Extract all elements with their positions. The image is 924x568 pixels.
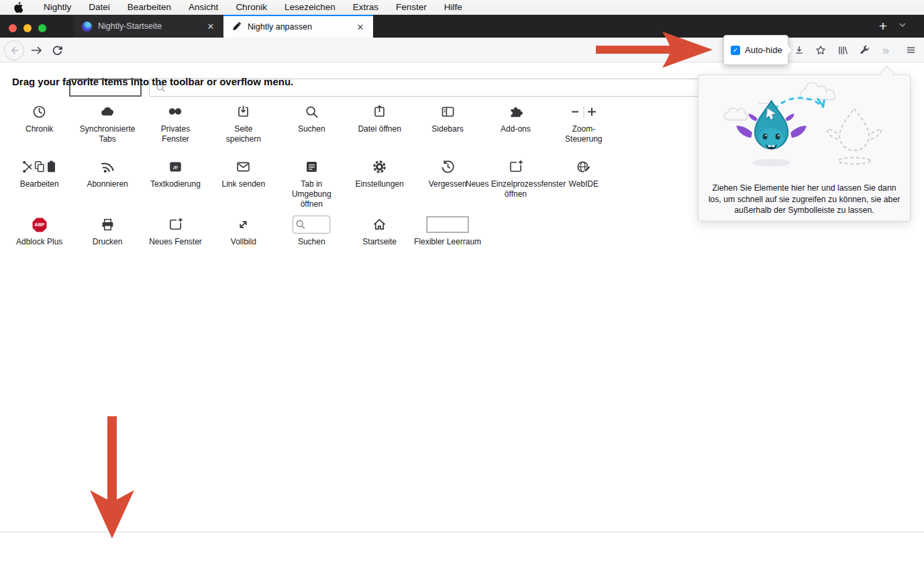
palette-item[interactable]: Vollbild xyxy=(209,209,277,266)
palette-item[interactable]: Datei öffnen xyxy=(346,97,413,152)
palette-item-label: Seite speichern xyxy=(223,124,264,144)
palette-item-label: Einstellungen xyxy=(356,179,404,189)
menubar-item[interactable]: Fenster xyxy=(387,0,435,15)
annotation-arrow-down xyxy=(86,416,138,538)
private-mask-icon xyxy=(167,101,183,122)
customize-palette: Chronik Synchronisierte Tabs Privates Fe… xyxy=(5,97,618,266)
menubar-items: NightlyDateiBearbeitenAnsichtChronikLese… xyxy=(35,0,471,15)
palette-item[interactable]: ABP Adblock Plus xyxy=(5,209,73,266)
text-encoding-icon: æ xyxy=(168,156,183,177)
nightly-favicon-icon xyxy=(82,21,92,32)
palette-item-label: Sidebars xyxy=(431,124,463,134)
close-icon[interactable]: ✕ xyxy=(205,21,217,32)
palette-item[interactable]: Neues Einzelprozessfenster öffnen xyxy=(482,152,550,209)
palette-item-label: Vergessen xyxy=(429,179,467,189)
tab-nightly-anpassen[interactable]: Nightly anpassen ✕ xyxy=(223,15,373,38)
apple-logo-icon[interactable] xyxy=(13,2,23,13)
open-file-icon xyxy=(372,101,387,122)
menubar-item[interactable]: Datei xyxy=(80,0,119,15)
send-link-icon xyxy=(236,156,251,177)
svg-text:ABP: ABP xyxy=(34,222,44,227)
menubar-item[interactable]: Ansicht xyxy=(180,0,227,15)
palette-item[interactable]: Suchen xyxy=(278,209,346,266)
palette-item-label: Startseite xyxy=(362,237,397,247)
palette-item[interactable]: Startseite xyxy=(346,209,413,266)
save-page-icon xyxy=(236,101,251,122)
library-icon[interactable] xyxy=(834,38,852,62)
forward-button[interactable] xyxy=(28,38,46,62)
new-tab-button[interactable]: + xyxy=(874,17,892,36)
customize-footer: Titelleiste Drag Space Symbolleisten The… xyxy=(0,532,924,568)
chevron-down-icon[interactable] xyxy=(898,20,907,30)
palette-item[interactable]: Drucken xyxy=(73,209,141,266)
palette-item-label: Flexibler Leerraum xyxy=(414,237,481,247)
back-button[interactable] xyxy=(4,40,24,60)
wrench-icon[interactable] xyxy=(856,38,873,62)
palette-item-label: WebIDE xyxy=(569,179,599,189)
tab-bar: Nightly-Startseite ✕ Nightly anpassen ✕ … xyxy=(0,15,924,38)
browser-window: NightlyDateiBearbeitenAnsichtChronikLese… xyxy=(0,0,924,568)
palette-item[interactable]: Synchronisierte Tabs xyxy=(73,97,141,152)
palette-item[interactable]: WebIDE xyxy=(550,152,617,209)
autohide-checkbox[interactable]: ✓ xyxy=(731,46,740,55)
palette-item-label: Adblock Plus xyxy=(16,237,62,247)
menubar-item[interactable]: Hilfe xyxy=(435,0,471,15)
palette-item-label: Chronik xyxy=(25,124,53,134)
palette-item[interactable]: Zoom-Steuerung xyxy=(550,97,617,152)
edit-icon xyxy=(21,156,58,177)
cloud-big xyxy=(801,83,835,99)
synced-tabs-icon xyxy=(100,101,115,122)
palette-item[interactable]: Add-ons xyxy=(482,97,550,152)
palette-item[interactable]: Link senden xyxy=(209,152,277,209)
palette-item[interactable]: Seite speichern xyxy=(209,97,277,152)
autohide-popup: ✓ Auto-hide xyxy=(723,35,788,65)
menubar-item[interactable]: Extras xyxy=(344,0,387,15)
palette-item[interactable]: Neues Fenster xyxy=(142,209,209,266)
palette-item-label: Link senden xyxy=(222,179,266,189)
close-window-button[interactable] xyxy=(9,24,17,32)
container-tab-icon xyxy=(304,156,319,177)
fullscreen-window-button[interactable] xyxy=(38,24,46,32)
macos-menubar: NightlyDateiBearbeitenAnsichtChronikLese… xyxy=(0,0,924,15)
palette-item[interactable]: æ Textkodierung xyxy=(142,152,209,209)
new-window-icon xyxy=(168,214,183,235)
tab-nightly-startseite[interactable]: Nightly-Startseite ✕ xyxy=(74,15,223,38)
palette-item[interactable]: Flexibler Leerraum xyxy=(413,209,481,266)
ghost-drop xyxy=(827,109,882,164)
menubar-item[interactable]: Nightly xyxy=(35,0,80,15)
tab-title: Nightly-Startseite xyxy=(98,21,205,31)
hamburger-menu-icon[interactable] xyxy=(902,38,919,62)
subscribe-icon xyxy=(100,156,115,177)
settings-gear-icon xyxy=(372,156,387,177)
bookmark-star-icon[interactable] xyxy=(812,38,829,62)
palette-item-label: Datei öffnen xyxy=(358,124,401,134)
overflow-chevrons-icon[interactable]: » xyxy=(877,38,894,62)
palette-item[interactable]: Chronik xyxy=(5,97,73,152)
page-title: Drag your favorite items into the toolba… xyxy=(12,76,293,87)
cloud-small xyxy=(724,108,748,120)
addons-icon xyxy=(508,101,523,122)
palette-item-label: Textkodierung xyxy=(150,179,201,189)
reload-button[interactable] xyxy=(48,38,66,62)
minimize-window-button[interactable] xyxy=(23,24,32,32)
palette-item-label: Tab in Umgebung öffnen xyxy=(287,179,336,209)
new-process-window-icon xyxy=(508,156,523,177)
menubar-item[interactable]: Lesezeichen xyxy=(276,0,344,15)
close-icon[interactable]: ✕ xyxy=(354,22,366,32)
home-icon xyxy=(372,214,387,235)
palette-item[interactable]: Tab in Umgebung öffnen xyxy=(278,152,346,209)
palette-item[interactable]: Bearbeiten xyxy=(5,152,73,209)
palette-item[interactable]: Sidebars xyxy=(413,97,481,152)
svg-text:æ: æ xyxy=(173,162,178,171)
menubar-item[interactable]: Chronik xyxy=(227,0,276,15)
menubar-item[interactable]: Bearbeiten xyxy=(119,0,180,15)
palette-item[interactable]: Einstellungen xyxy=(346,152,413,209)
palette-item[interactable]: Suchen xyxy=(278,97,346,152)
webide-icon xyxy=(576,156,591,177)
overflow-drop-panel[interactable]: Ziehen Sie Elemente hier her und lassen … xyxy=(698,75,911,222)
flexible-space-icon xyxy=(426,214,469,235)
palette-item-label: Bearbeiten xyxy=(20,179,59,189)
history-clock-icon xyxy=(32,101,47,122)
palette-item[interactable]: Abonnieren xyxy=(73,152,141,209)
palette-item[interactable]: Privates Fenster xyxy=(142,97,209,152)
